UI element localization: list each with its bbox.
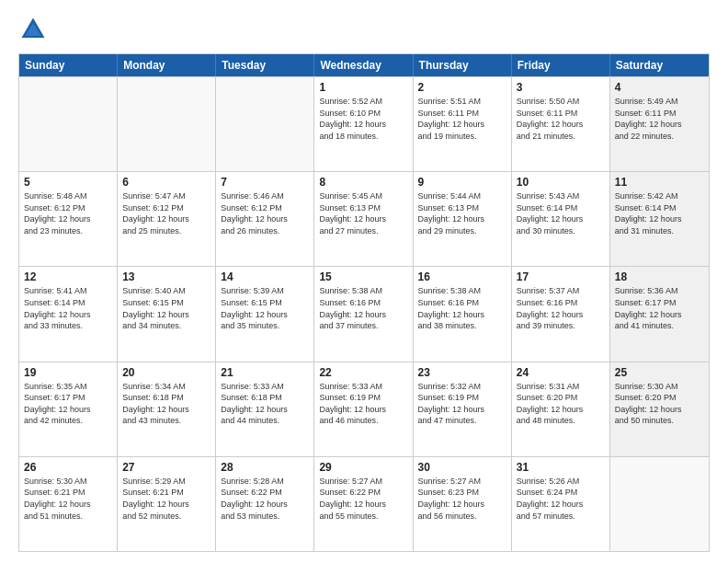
cell-info: Sunrise: 5:50 AM Sunset: 6:11 PM Dayligh…	[517, 96, 605, 142]
day-number: 26	[24, 461, 112, 474]
cell-info: Sunrise: 5:43 AM Sunset: 6:14 PM Dayligh…	[517, 190, 605, 236]
cal-cell-w1d4: 9Sunrise: 5:44 AM Sunset: 6:13 PM Daylig…	[414, 172, 512, 266]
cal-cell-w2d0: 12Sunrise: 5:41 AM Sunset: 6:14 PM Dayli…	[19, 267, 118, 361]
day-number: 29	[319, 461, 407, 474]
cal-cell-w2d1: 13Sunrise: 5:40 AM Sunset: 6:15 PM Dayli…	[118, 267, 216, 361]
cal-cell-w2d2: 14Sunrise: 5:39 AM Sunset: 6:15 PM Dayli…	[216, 267, 314, 361]
day-number: 15	[319, 270, 407, 283]
cal-cell-w1d2: 7Sunrise: 5:46 AM Sunset: 6:12 PM Daylig…	[216, 172, 314, 266]
cal-cell-w0d3: 1Sunrise: 5:52 AM Sunset: 6:10 PM Daylig…	[314, 77, 413, 171]
day-number: 30	[418, 461, 506, 474]
day-number: 23	[418, 366, 506, 379]
calendar-week-4: 19Sunrise: 5:35 AM Sunset: 6:17 PM Dayli…	[19, 362, 709, 456]
cal-cell-w1d1: 6Sunrise: 5:47 AM Sunset: 6:12 PM Daylig…	[118, 172, 216, 266]
cal-cell-w2d6: 18Sunrise: 5:36 AM Sunset: 6:17 PM Dayli…	[610, 267, 709, 361]
cal-cell-w3d3: 22Sunrise: 5:33 AM Sunset: 6:19 PM Dayli…	[314, 362, 413, 456]
cal-cell-w4d2: 28Sunrise: 5:28 AM Sunset: 6:22 PM Dayli…	[216, 457, 314, 551]
cell-info: Sunrise: 5:40 AM Sunset: 6:15 PM Dayligh…	[122, 285, 210, 331]
day-number: 9	[418, 176, 506, 189]
day-number: 6	[122, 176, 210, 189]
cal-header-thursday: Thursday	[414, 54, 512, 76]
cell-info: Sunrise: 5:52 AM Sunset: 6:10 PM Dayligh…	[319, 96, 407, 142]
cal-cell-w2d4: 16Sunrise: 5:38 AM Sunset: 6:16 PM Dayli…	[414, 267, 512, 361]
day-number: 24	[517, 366, 605, 379]
cell-info: Sunrise: 5:26 AM Sunset: 6:24 PM Dayligh…	[517, 476, 605, 522]
day-number: 8	[319, 176, 407, 189]
day-number: 13	[122, 270, 210, 283]
cal-cell-w1d0: 5Sunrise: 5:48 AM Sunset: 6:12 PM Daylig…	[19, 172, 118, 266]
day-number: 17	[517, 270, 605, 283]
day-number: 11	[615, 176, 704, 189]
cell-info: Sunrise: 5:35 AM Sunset: 6:17 PM Dayligh…	[24, 381, 112, 427]
cal-header-tuesday: Tuesday	[216, 54, 314, 76]
cal-cell-w1d6: 11Sunrise: 5:42 AM Sunset: 6:14 PM Dayli…	[610, 172, 709, 266]
calendar-week-5: 26Sunrise: 5:30 AM Sunset: 6:21 PM Dayli…	[19, 456, 709, 551]
day-number: 19	[24, 366, 112, 379]
day-number: 2	[418, 81, 506, 94]
cell-info: Sunrise: 5:48 AM Sunset: 6:12 PM Dayligh…	[24, 190, 112, 236]
cell-info: Sunrise: 5:46 AM Sunset: 6:12 PM Dayligh…	[221, 190, 309, 236]
cal-cell-w4d6	[610, 457, 709, 551]
day-number: 4	[615, 81, 704, 94]
cell-info: Sunrise: 5:27 AM Sunset: 6:23 PM Dayligh…	[418, 476, 506, 522]
cal-cell-w3d1: 20Sunrise: 5:34 AM Sunset: 6:18 PM Dayli…	[118, 362, 216, 456]
cal-cell-w3d0: 19Sunrise: 5:35 AM Sunset: 6:17 PM Dayli…	[19, 362, 118, 456]
cal-cell-w4d4: 30Sunrise: 5:27 AM Sunset: 6:23 PM Dayli…	[414, 457, 512, 551]
calendar-header-row: SundayMondayTuesdayWednesdayThursdayFrid…	[19, 54, 709, 76]
cal-cell-w4d1: 27Sunrise: 5:29 AM Sunset: 6:21 PM Dayli…	[118, 457, 216, 551]
cell-info: Sunrise: 5:30 AM Sunset: 6:21 PM Dayligh…	[24, 476, 112, 522]
calendar-body: 1Sunrise: 5:52 AM Sunset: 6:10 PM Daylig…	[19, 76, 709, 551]
day-number: 28	[221, 461, 309, 474]
cal-cell-w4d5: 31Sunrise: 5:26 AM Sunset: 6:24 PM Dayli…	[512, 457, 610, 551]
day-number: 20	[122, 366, 210, 379]
cell-info: Sunrise: 5:36 AM Sunset: 6:17 PM Dayligh…	[615, 285, 704, 331]
cal-header-saturday: Saturday	[610, 54, 709, 76]
day-number: 25	[615, 366, 704, 379]
cell-info: Sunrise: 5:49 AM Sunset: 6:11 PM Dayligh…	[615, 96, 704, 142]
cal-cell-w0d6: 4Sunrise: 5:49 AM Sunset: 6:11 PM Daylig…	[610, 77, 709, 171]
logo-icon	[18, 15, 48, 44]
cal-header-friday: Friday	[512, 54, 610, 76]
cal-cell-w3d5: 24Sunrise: 5:31 AM Sunset: 6:20 PM Dayli…	[512, 362, 610, 456]
cal-cell-w2d3: 15Sunrise: 5:38 AM Sunset: 6:16 PM Dayli…	[314, 267, 413, 361]
cal-header-sunday: Sunday	[19, 54, 118, 76]
cal-header-monday: Monday	[118, 54, 216, 76]
day-number: 14	[221, 270, 309, 283]
day-number: 10	[517, 176, 605, 189]
cell-info: Sunrise: 5:38 AM Sunset: 6:16 PM Dayligh…	[319, 285, 407, 331]
cell-info: Sunrise: 5:45 AM Sunset: 6:13 PM Dayligh…	[319, 190, 407, 236]
cell-info: Sunrise: 5:44 AM Sunset: 6:13 PM Dayligh…	[418, 190, 506, 236]
cal-cell-w0d5: 3Sunrise: 5:50 AM Sunset: 6:11 PM Daylig…	[512, 77, 610, 171]
cell-info: Sunrise: 5:28 AM Sunset: 6:22 PM Dayligh…	[221, 476, 309, 522]
cell-info: Sunrise: 5:47 AM Sunset: 6:12 PM Dayligh…	[122, 190, 210, 236]
cell-info: Sunrise: 5:51 AM Sunset: 6:11 PM Dayligh…	[418, 96, 506, 142]
calendar: SundayMondayTuesdayWednesdayThursdayFrid…	[18, 53, 710, 552]
cal-header-wednesday: Wednesday	[314, 54, 413, 76]
cell-info: Sunrise: 5:27 AM Sunset: 6:22 PM Dayligh…	[319, 476, 407, 522]
day-number: 31	[517, 461, 605, 474]
page: SundayMondayTuesdayWednesdayThursdayFrid…	[0, 0, 728, 563]
cell-info: Sunrise: 5:41 AM Sunset: 6:14 PM Dayligh…	[24, 285, 112, 331]
day-number: 7	[221, 176, 309, 189]
logo	[18, 15, 53, 44]
calendar-week-3: 12Sunrise: 5:41 AM Sunset: 6:14 PM Dayli…	[19, 266, 709, 361]
day-number: 5	[24, 176, 112, 189]
cal-cell-w0d4: 2Sunrise: 5:51 AM Sunset: 6:11 PM Daylig…	[414, 77, 512, 171]
cal-cell-w3d2: 21Sunrise: 5:33 AM Sunset: 6:18 PM Dayli…	[216, 362, 314, 456]
cell-info: Sunrise: 5:37 AM Sunset: 6:16 PM Dayligh…	[517, 285, 605, 331]
header	[18, 15, 710, 44]
cell-info: Sunrise: 5:39 AM Sunset: 6:15 PM Dayligh…	[221, 285, 309, 331]
cell-info: Sunrise: 5:34 AM Sunset: 6:18 PM Dayligh…	[122, 381, 210, 427]
calendar-week-2: 5Sunrise: 5:48 AM Sunset: 6:12 PM Daylig…	[19, 171, 709, 266]
cal-cell-w3d6: 25Sunrise: 5:30 AM Sunset: 6:20 PM Dayli…	[610, 362, 709, 456]
cal-cell-w1d5: 10Sunrise: 5:43 AM Sunset: 6:14 PM Dayli…	[512, 172, 610, 266]
day-number: 16	[418, 270, 506, 283]
day-number: 12	[24, 270, 112, 283]
cell-info: Sunrise: 5:30 AM Sunset: 6:20 PM Dayligh…	[615, 381, 704, 427]
cal-cell-w0d1	[118, 77, 216, 171]
cal-cell-w4d3: 29Sunrise: 5:27 AM Sunset: 6:22 PM Dayli…	[314, 457, 413, 551]
cal-cell-w0d0	[19, 77, 118, 171]
day-number: 21	[221, 366, 309, 379]
cell-info: Sunrise: 5:29 AM Sunset: 6:21 PM Dayligh…	[122, 476, 210, 522]
cell-info: Sunrise: 5:33 AM Sunset: 6:18 PM Dayligh…	[221, 381, 309, 427]
